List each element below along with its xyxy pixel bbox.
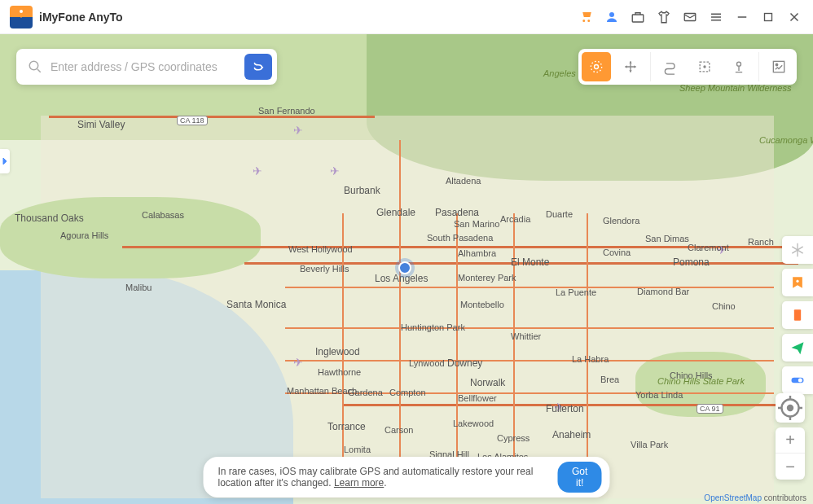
- search-submit-button[interactable]: [244, 54, 272, 80]
- search-icon: [28, 59, 42, 74]
- city-label: Carson: [383, 425, 415, 435]
- history-button[interactable]: [782, 301, 813, 329]
- city-label: Altadena: [444, 176, 482, 186]
- search-box: [16, 49, 277, 85]
- city-label: La Habra: [570, 354, 610, 364]
- svg-rect-3: [765, 13, 772, 20]
- briefcase-icon[interactable]: [629, 8, 647, 26]
- svg-point-8: [703, 65, 705, 68]
- city-label: Villa Park: [629, 440, 670, 449]
- svg-point-16: [788, 405, 793, 410]
- svg-rect-10: [773, 61, 784, 72]
- map-attribution: OpenStreetMap contributors: [704, 493, 806, 502]
- svg-point-9: [737, 62, 741, 66]
- city-label: Covina: [601, 248, 632, 257]
- city-label: Lomita: [342, 445, 372, 454]
- mode-toolbar: [578, 49, 797, 85]
- city-label: Norwalk: [468, 377, 507, 388]
- titlebar: iMyFone AnyTo: [0, 0, 813, 34]
- zoom-control: + −: [776, 427, 805, 480]
- city-label: Hawthorne: [316, 367, 363, 377]
- current-location-marker: [395, 258, 415, 278]
- city-label: Arcadia: [499, 214, 532, 224]
- two-spot-mode-button[interactable]: [616, 52, 645, 81]
- app-logo: [10, 6, 33, 28]
- city-label: Beverly Hills: [298, 264, 351, 274]
- menu-icon[interactable]: [707, 8, 725, 26]
- city-label: Fullerton: [544, 403, 586, 414]
- learn-more-link[interactable]: Learn more: [334, 477, 384, 489]
- svg-point-0: [609, 12, 614, 17]
- park-label: Cucamonga Wilderness: [758, 135, 813, 145]
- route-arrow-icon: [251, 59, 266, 74]
- svg-point-6: [591, 61, 601, 72]
- city-label: Pomona: [671, 256, 711, 268]
- city-label: Agoura Hills: [59, 230, 110, 240]
- city-label: San Dimas: [644, 234, 691, 243]
- city-label: Glendale: [375, 207, 417, 218]
- toggle-button[interactable]: [782, 366, 813, 394]
- minimize-button[interactable]: [733, 8, 751, 26]
- shirt-icon[interactable]: [655, 8, 673, 26]
- city-label: South Pasadena: [425, 233, 494, 243]
- side-tools: [782, 236, 813, 394]
- svg-point-4: [29, 61, 38, 70]
- osm-link[interactable]: OpenStreetMap: [704, 493, 762, 502]
- notification-text: In rare cases, iOS may calibrate GPS and…: [218, 466, 548, 489]
- city-label: Simi Valley: [76, 119, 126, 130]
- maximize-button[interactable]: [759, 8, 777, 26]
- city-label: Torrance: [326, 421, 367, 432]
- city-label: Brea: [599, 375, 621, 384]
- city-label: Malibu: [124, 283, 153, 292]
- city-label: Yorba Linda: [634, 390, 684, 400]
- city-label: Burbank: [342, 185, 382, 196]
- highway-shield: CA 118: [177, 116, 208, 125]
- svg-rect-12: [794, 309, 801, 320]
- city-label: Anaheim: [551, 429, 592, 440]
- svg-point-14: [798, 379, 802, 383]
- city-label: Lakewood: [451, 419, 495, 428]
- city-label: Whittier: [509, 331, 543, 341]
- map[interactable]: ✈ ✈ ✈ ✈ ✈ ✈ Simi ValleyVenturaSan Fernan…: [0, 34, 813, 504]
- titlebar-actions: [577, 8, 803, 26]
- joystick-mode-button[interactable]: [724, 52, 754, 81]
- teleport-mode-button[interactable]: [582, 52, 611, 81]
- got-it-button[interactable]: Got it!: [558, 462, 602, 493]
- expand-panel-handle[interactable]: [0, 149, 10, 173]
- cart-icon[interactable]: [577, 8, 595, 26]
- city-label: Alhambra: [456, 248, 498, 258]
- gpx-import-button[interactable]: [764, 52, 793, 81]
- zoom-out-button[interactable]: −: [776, 454, 805, 480]
- city-label: Duarte: [544, 209, 574, 219]
- favorites-button[interactable]: [782, 269, 813, 296]
- zoom-in-button[interactable]: +: [776, 427, 805, 454]
- cooldown-button[interactable]: [782, 236, 813, 264]
- city-label: Chino: [710, 301, 737, 311]
- city-label: Compton: [388, 388, 428, 397]
- close-button[interactable]: [785, 8, 803, 26]
- share-button[interactable]: [782, 334, 813, 362]
- city-label: Ranch: [746, 237, 776, 247]
- svg-rect-1: [632, 15, 644, 22]
- notification-bar: In rare cases, iOS may calibrate GPS and…: [204, 457, 610, 497]
- search-input[interactable]: [51, 60, 244, 73]
- city-label: Thousand Oaks: [13, 213, 86, 224]
- svg-point-11: [776, 64, 778, 66]
- multi-spot-mode-button[interactable]: [656, 52, 685, 81]
- city-label: Montebello: [459, 300, 506, 309]
- mail-icon[interactable]: [681, 8, 699, 26]
- city-label: Inglewood: [314, 346, 362, 357]
- city-label: Santa Monica: [225, 299, 288, 310]
- city-label: Claremont: [686, 243, 731, 252]
- city-label: West Hollywood: [287, 244, 354, 254]
- city-label: San Marino: [452, 219, 501, 229]
- city-label: La Puente: [554, 287, 598, 297]
- jump-teleport-button[interactable]: [690, 52, 719, 81]
- city-label: San Fernando: [257, 106, 317, 116]
- city-label: Monterey Park: [456, 273, 518, 283]
- app-title: iMyFone AnyTo: [39, 11, 123, 24]
- city-label: Calabasas: [140, 210, 186, 220]
- recenter-button[interactable]: [776, 393, 805, 423]
- user-icon[interactable]: [603, 8, 621, 26]
- city-label: Huntington Park: [399, 322, 467, 332]
